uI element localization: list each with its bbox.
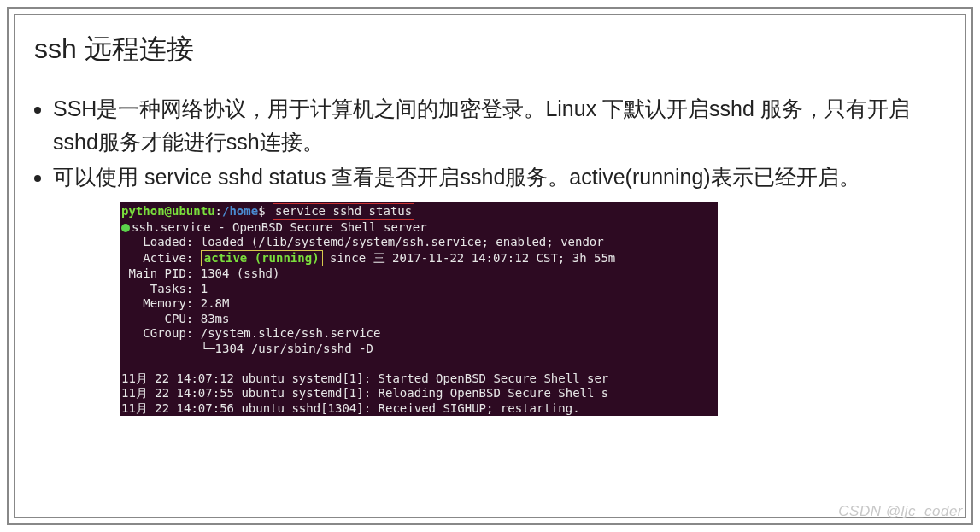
cgroup-line: CGroup: /system.slice/ssh.service	[121, 326, 716, 342]
loaded-line: Loaded: loaded (/lib/systemd/system/ssh.…	[121, 235, 716, 250]
status-dot-icon	[121, 224, 130, 232]
watermark: CSDN @ljc_coder	[838, 503, 963, 520]
bullet-list: SSH是一种网络协议，用于计算机之间的加密登录。Linux 下默认开启sshd …	[34, 92, 946, 193]
bullet-item: 可以使用 service sshd status 查看是否开启sshd服务。ac…	[53, 161, 946, 194]
slide-title: ssh 远程连接	[34, 31, 946, 68]
cgroup2-line: └─1304 /usr/sbin/sshd -D	[121, 342, 716, 357]
active-line: Active: active (running) since 三 2017-11…	[121, 250, 716, 267]
terminal-prompt-line: python@ubuntu:/home$ service sshd status	[121, 203, 716, 220]
service-text: ssh.service - OpenBSD Secure Shell serve…	[132, 220, 427, 234]
prompt-user: python@ubuntu	[121, 204, 215, 218]
log-line: 11月 22 14:07:56 ubuntu sshd[1304]: Recei…	[121, 401, 716, 417]
memory-line: Memory: 2.8M	[121, 296, 716, 312]
bullet-item: SSH是一种网络协议，用于计算机之间的加密登录。Linux 下默认开启sshd …	[53, 92, 946, 159]
service-line: ssh.service - OpenBSD Secure Shell serve…	[121, 220, 716, 236]
active-status-highlight: active (running)	[201, 250, 323, 267]
tasks-line: Tasks: 1	[121, 282, 716, 297]
command-text: service sshd status	[275, 204, 412, 218]
command-highlight: service sshd status	[273, 203, 414, 220]
mainpid-line: Main PID: 1304 (sshd)	[121, 266, 716, 282]
log-line: 11月 22 14:07:12 ubuntu systemd[1]: Start…	[121, 371, 716, 387]
terminal-screenshot: python@ubuntu:/home$ service sshd status…	[120, 202, 718, 416]
blank-line	[121, 356, 716, 371]
log-line: 11月 22 14:07:55 ubuntu systemd[1]: Reloa…	[121, 386, 716, 401]
active-suffix: since 三 2017-11-22 14:07:12 CST; 3h 55m	[323, 251, 616, 265]
active-prefix: Active:	[121, 251, 201, 265]
prompt-end: $	[258, 204, 273, 218]
active-status: active (running)	[204, 251, 320, 265]
prompt-path: /home	[222, 204, 258, 218]
cpu-line: CPU: 83ms	[121, 312, 716, 327]
prompt-sep: :	[215, 204, 222, 218]
